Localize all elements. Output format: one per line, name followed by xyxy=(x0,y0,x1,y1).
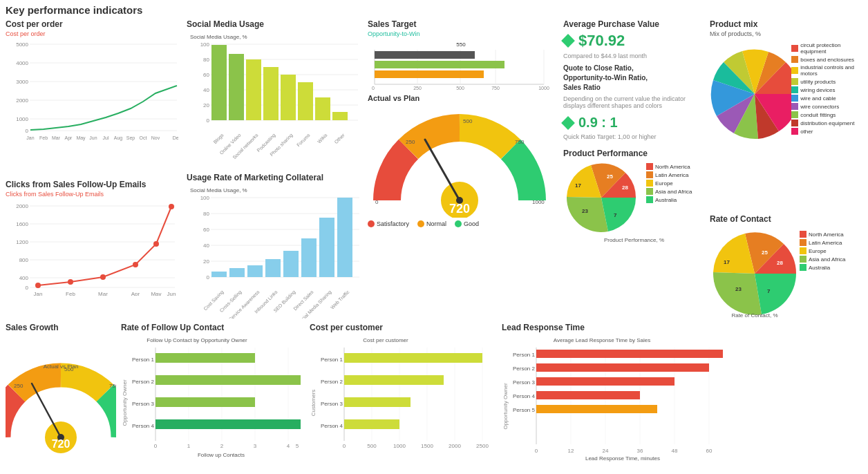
svg-text:Person 2: Person 2 xyxy=(321,379,343,385)
svg-rect-257 xyxy=(265,259,281,277)
svg-text:Other: Other xyxy=(333,132,346,144)
svg-text:Social Media Usage, %: Social Media Usage, % xyxy=(190,34,247,40)
svg-text:80: 80 xyxy=(203,57,209,63)
svg-text:0: 0 xyxy=(372,86,375,91)
svg-text:750: 750 xyxy=(491,86,500,91)
cost-per-order-title-2: Cost per order xyxy=(6,19,182,29)
svg-text:1000: 1000 xyxy=(16,116,28,122)
svg-text:28: 28 xyxy=(777,260,783,266)
svg-text:60: 60 xyxy=(203,72,209,78)
svg-text:Nov: Nov xyxy=(151,135,160,140)
cost-per-order-sub: Cost per order xyxy=(6,30,182,37)
product-perf-title: Product Performance xyxy=(563,149,705,158)
gauge-legend-2: Satisfactory Normal Good xyxy=(368,220,558,227)
svg-point-234 xyxy=(169,204,174,209)
svg-text:20: 20 xyxy=(203,258,209,265)
svg-text:25: 25 xyxy=(607,173,613,180)
svg-rect-294 xyxy=(155,353,255,363)
svg-text:40: 40 xyxy=(203,243,209,249)
svg-text:Person 4: Person 4 xyxy=(132,423,155,429)
svg-text:17: 17 xyxy=(575,182,581,189)
follow-up-title: Rate of Follow Up Contact xyxy=(121,323,304,332)
svg-text:Opportunity Owner: Opportunity Owner xyxy=(122,379,128,426)
svg-rect-174 xyxy=(246,59,261,120)
svg-text:250: 250 xyxy=(14,383,23,389)
svg-point-233 xyxy=(153,241,159,247)
lead-response-title: Lead Response Time xyxy=(502,323,727,332)
svg-text:23: 23 xyxy=(735,286,742,292)
avg-purchase-title-2: Average Purchase Value xyxy=(563,19,705,29)
svg-text:60: 60 xyxy=(706,448,713,454)
svg-text:Service Awareness: Service Awareness xyxy=(228,289,261,319)
diamond-1 xyxy=(561,34,575,48)
svg-text:3000: 3000 xyxy=(16,79,28,85)
svg-text:80: 80 xyxy=(203,211,209,217)
svg-text:4000: 4000 xyxy=(16,60,28,66)
svg-text:3: 3 xyxy=(254,443,257,449)
page-title-2: Key performance indicators xyxy=(6,4,142,16)
svg-text:2000: 2000 xyxy=(449,443,461,449)
svg-rect-261 xyxy=(337,198,352,277)
svg-point-232 xyxy=(133,262,138,267)
marketing-title: Usage Rate of Marketing Collateral xyxy=(187,173,366,182)
svg-text:Lead Response Time, minutes: Lead Response Time, minutes xyxy=(585,455,660,462)
svg-rect-254 xyxy=(211,272,227,277)
svg-text:Customers: Customers xyxy=(310,390,317,417)
purchase-desc2: Depending on the current value the indic… xyxy=(563,95,705,109)
svg-text:Rate of Contact, %: Rate of Contact, % xyxy=(731,312,777,319)
svg-text:Apr: Apr xyxy=(131,291,140,296)
rate-contact-section: Rate of Contact 28 25 17 23 7 Rate of Co… xyxy=(710,214,865,322)
svg-text:Person 1: Person 1 xyxy=(513,352,536,358)
svg-text:0: 0 xyxy=(207,274,210,281)
diamond-2 xyxy=(561,116,575,130)
svg-text:100: 100 xyxy=(200,195,210,201)
cost-customer-title: Cost per customer xyxy=(310,323,496,332)
cost-per-order-section: Cost per order Cost per order 5000 4000 … xyxy=(6,19,182,149)
purchase-value: $70.92 xyxy=(578,32,625,50)
svg-text:36: 36 xyxy=(637,448,643,454)
svg-text:28: 28 xyxy=(622,184,628,191)
svg-text:Person 4: Person 4 xyxy=(321,423,343,429)
svg-text:Dec: Dec xyxy=(173,135,178,140)
marketing-section: Usage Rate of Marketing Collateral Socia… xyxy=(187,173,366,320)
svg-text:0: 0 xyxy=(26,285,29,291)
svg-text:0: 0 xyxy=(207,117,210,124)
purchase-desc1: Quote to Close Ratio,Opportunity-to-Win … xyxy=(563,64,705,93)
cost-customer-section: Cost per customer Cost per customer Cust… xyxy=(310,323,496,463)
svg-text:Cost per customer: Cost per customer xyxy=(363,337,408,343)
svg-text:Person 3: Person 3 xyxy=(132,401,155,407)
svg-rect-339 xyxy=(536,350,723,358)
svg-text:0: 0 xyxy=(535,448,538,454)
svg-text:1600: 1600 xyxy=(16,221,28,227)
svg-text:2000: 2000 xyxy=(16,203,28,209)
svg-text:0: 0 xyxy=(343,443,346,449)
svg-rect-178 xyxy=(315,97,330,120)
product-perf-subtitle: Product Performance, % xyxy=(563,237,705,243)
svg-rect-343 xyxy=(536,377,674,386)
svg-text:5000: 5000 xyxy=(16,41,28,48)
svg-text:500: 500 xyxy=(456,86,464,91)
svg-rect-175 xyxy=(263,67,279,120)
ratio-value-2: 0.9 : 1 xyxy=(578,115,618,131)
svg-text:Person 1: Person 1 xyxy=(132,357,155,363)
svg-text:7: 7 xyxy=(614,212,617,218)
sales-target-title-2: Sales Target xyxy=(368,19,558,29)
svg-rect-177 xyxy=(298,82,313,120)
svg-text:0: 0 xyxy=(26,128,29,134)
svg-text:Person 2: Person 2 xyxy=(132,379,155,385)
ratio-target: Quick Ratio Target: 1,00 or higher xyxy=(563,133,705,140)
svg-text:Person 2: Person 2 xyxy=(513,366,536,372)
svg-text:Mar: Mar xyxy=(52,135,61,140)
svg-text:1000: 1000 xyxy=(532,199,545,205)
svg-text:Blogs: Blogs xyxy=(212,132,225,144)
svg-text:Person 1: Person 1 xyxy=(321,357,343,363)
svg-rect-323 xyxy=(344,419,399,429)
svg-text:12: 12 xyxy=(568,448,574,454)
svg-rect-321 xyxy=(344,397,411,407)
svg-text:Jul: Jul xyxy=(103,135,109,140)
svg-rect-296 xyxy=(155,375,301,385)
svg-text:0: 0 xyxy=(154,443,158,449)
svg-text:Actual vs Plan: Actual vs Plan xyxy=(44,363,79,370)
svg-text:1200: 1200 xyxy=(16,239,28,245)
product-mix-title-2: Product mix xyxy=(710,19,865,29)
